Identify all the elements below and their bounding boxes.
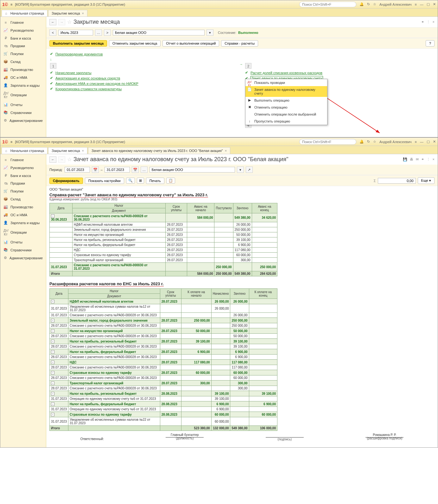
- period-next[interactable]: >: [104, 29, 111, 36]
- expander[interactable]: -: [51, 319, 54, 322]
- sidebar-item-9[interactable]: Дт/КтОперации: [0, 227, 46, 238]
- expander[interactable]: -: [51, 350, 54, 354]
- star-icon[interactable]: ☆: [373, 2, 376, 6]
- history-icon[interactable]: ↻: [367, 140, 370, 144]
- close-page-icon[interactable]: ×: [433, 157, 435, 161]
- nav-forward[interactable]: →: [58, 19, 65, 25]
- sidebar-item-10[interactable]: 📊Отчеты: [0, 238, 46, 246]
- tab-month-closing[interactable]: Закрытие месяца×: [48, 10, 87, 16]
- more-button[interactable]: Еще ▾: [418, 177, 435, 184]
- op-link[interactable]: Расчет долей списания косвенных расходов: [251, 71, 322, 75]
- save-icon[interactable]: 💾: [403, 157, 407, 161]
- org-input-2[interactable]: [149, 167, 235, 173]
- period-input[interactable]: [58, 30, 93, 35]
- more-icon[interactable]: ⋮: [427, 157, 430, 161]
- link-icon[interactable]: ⚭: [421, 20, 424, 24]
- expander[interactable]: -: [51, 413, 54, 416]
- copy-button[interactable]: 📋: [166, 178, 175, 184]
- minimize-icon[interactable]: —: [420, 3, 423, 6]
- period-pick-2[interactable]: …: [141, 167, 148, 173]
- sidebar-item-3[interactable]: 🛍Продажи: [0, 180, 46, 187]
- ctx-run-op[interactable]: ▶Выполнить операцию: [245, 97, 327, 104]
- ctx-skip-op[interactable]: ↓Пропустить операцию: [245, 118, 327, 125]
- op-link[interactable]: Амортизация НМА и списание расходов по Н…: [55, 82, 138, 85]
- tab-report[interactable]: Зачет аванса по единому налоговому счету…: [88, 147, 230, 154]
- sidebar-item-4[interactable]: 🛒Покупки: [0, 50, 46, 58]
- sidebar-item-11[interactable]: 📚Справочники: [0, 246, 46, 254]
- expander[interactable]: -: [51, 381, 54, 385]
- tab-close-icon[interactable]: ×: [82, 11, 84, 15]
- ctx-show-entries[interactable]: Дт/КтПоказать проводки: [245, 79, 327, 86]
- repost-link[interactable]: Перепроведение документов: [55, 52, 103, 56]
- nav-back-2[interactable]: ←: [49, 156, 56, 163]
- favorite-icon[interactable]: ☆: [67, 19, 72, 25]
- star-icon[interactable]: ☆: [373, 140, 376, 144]
- expander[interactable]: -: [51, 361, 54, 364]
- sidebar-item-12[interactable]: ⚙Администрирование: [0, 117, 46, 124]
- sum-input[interactable]: [378, 178, 416, 184]
- sidebar-item-7[interactable]: 🚚ОС и НМА: [0, 211, 46, 219]
- user-name-2[interactable]: Андрей Алексеевич: [379, 140, 412, 144]
- op-link[interactable]: Амортизация и износ основных средств: [55, 76, 120, 80]
- history-icon[interactable]: ↻: [367, 2, 370, 6]
- bell-icon[interactable]: 🔔: [359, 140, 364, 144]
- org-open-2[interactable]: ↗: [246, 167, 253, 173]
- org-drop-2[interactable]: ▾: [237, 167, 244, 173]
- sidebar-item-5[interactable]: 📦Склад: [0, 58, 46, 66]
- sidebar-item-11[interactable]: 📚Справочники: [0, 109, 46, 117]
- sidebar-item-1[interactable]: 📈Руководителю: [0, 26, 46, 34]
- bell-icon[interactable]: 🔔: [359, 2, 364, 6]
- minimize-icon[interactable]: —: [420, 140, 423, 144]
- nav-back[interactable]: ←: [49, 19, 56, 25]
- date-to[interactable]: [105, 167, 130, 173]
- tab-home[interactable]: Начальная страница: [2, 10, 48, 16]
- expander[interactable]: -: [51, 392, 54, 395]
- search-input[interactable]: [299, 2, 356, 7]
- settings-button[interactable]: Показать настройки: [85, 178, 124, 184]
- period-prev[interactable]: <: [49, 29, 56, 36]
- close-icon[interactable]: ✕: [433, 2, 436, 6]
- op-link[interactable]: Корректировка стоимости номенклатуры: [55, 87, 122, 91]
- op-link[interactable]: Начисление зарплаты: [55, 71, 92, 75]
- sidebar-item-12[interactable]: ⚙Администрирование: [0, 254, 46, 262]
- more-icon[interactable]: ⋮: [427, 20, 430, 24]
- tab-close-icon[interactable]: ×: [225, 149, 227, 153]
- ctx-cancel-op[interactable]: ✖Отменить операцию: [245, 104, 327, 111]
- sidebar-item-6[interactable]: 🏭Производство: [0, 203, 46, 211]
- sidebar-item-8[interactable]: 👤Зарплата и кадры: [0, 219, 46, 227]
- form-button[interactable]: Сформировать: [49, 178, 83, 184]
- sigma-icon[interactable]: Σ: [374, 179, 376, 183]
- sidebar-item-1[interactable]: 📈Руководителю: [0, 164, 46, 172]
- report-button[interactable]: Отчет о выполнении операций: [162, 40, 219, 47]
- maximize-icon[interactable]: ▢: [427, 140, 430, 144]
- close-page-icon[interactable]: ×: [433, 20, 435, 24]
- favorite-icon-2[interactable]: ☆: [67, 156, 72, 162]
- print-icon[interactable]: 🖶: [410, 157, 413, 161]
- mail-icon[interactable]: ✉: [416, 157, 419, 161]
- org-dropdown[interactable]: ▾: [206, 29, 213, 36]
- sidebar-item-0[interactable]: ≡Главное: [0, 19, 46, 26]
- print-button[interactable]: Печать: [146, 178, 164, 184]
- user-name[interactable]: Андрей Алексеевич: [379, 3, 412, 6]
- tab-home-2[interactable]: Начальная страница: [2, 147, 48, 154]
- nav-forward-2[interactable]: →: [58, 156, 65, 163]
- sidebar-item-8[interactable]: 👤Зарплата и кадры: [0, 81, 46, 89]
- expander[interactable]: -: [51, 402, 54, 406]
- sidebar-item-2[interactable]: ₽Банк и касса: [0, 34, 46, 42]
- date-from[interactable]: [65, 167, 90, 173]
- sidebar-item-9[interactable]: Дт/КтОперации: [0, 89, 46, 101]
- expander[interactable]: -: [51, 329, 54, 333]
- help-button[interactable]: ?: [426, 40, 435, 47]
- expander[interactable]: -: [51, 340, 54, 343]
- sidebar-item-4[interactable]: 🛒Покупки: [0, 187, 46, 195]
- expand-button[interactable]: ⊞: [137, 178, 144, 184]
- sidebar-item-7[interactable]: 🚚ОС и НМА: [0, 73, 46, 81]
- expander[interactable]: -: [51, 371, 54, 375]
- sidebar-item-2[interactable]: ₽Банк и касса: [0, 172, 46, 180]
- panel-icon[interactable]: ≡: [415, 3, 417, 6]
- close-icon[interactable]: ✕: [433, 140, 436, 144]
- refs-button[interactable]: Справки - расчеты: [221, 40, 258, 47]
- sidebar-item-6[interactable]: 🏭Производство: [0, 66, 46, 73]
- menu-icon[interactable]: ≡: [10, 3, 12, 6]
- menu-icon[interactable]: ≡: [10, 140, 12, 144]
